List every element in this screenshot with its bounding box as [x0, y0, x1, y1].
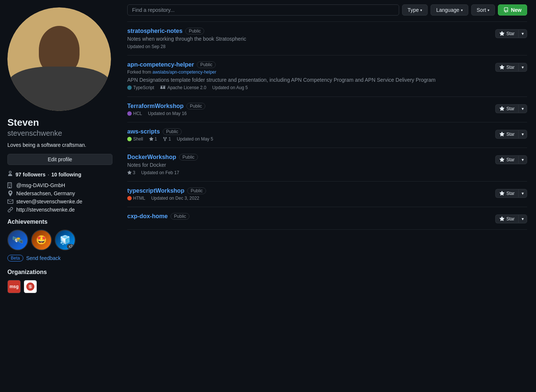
sort-chevron-icon: ▾ — [488, 8, 489, 12]
repo-updated: Updated on May 5 — [177, 136, 213, 142]
repo-updated: Updated on Aug 5 — [212, 85, 248, 90]
smiley-icon: 🙂 — [97, 99, 107, 108]
org-msg-avatar[interactable]: msg — [7, 280, 21, 293]
star-button[interactable]: Star — [495, 29, 518, 38]
repo-info: apn-competency-helper Public Forked from… — [127, 61, 489, 91]
people-icon — [7, 171, 13, 178]
send-feedback-link[interactable]: Send feedback — [26, 255, 61, 261]
badge-arctic[interactable]: 🧊 x2 — [55, 230, 75, 250]
repo-language: TypeScript — [127, 85, 154, 90]
repo-updated: Updated on Feb 17 — [141, 170, 179, 175]
visibility-badge: Public — [179, 154, 198, 160]
repo-actions: Star ▾ — [495, 63, 527, 72]
repo-license: Apache License 2.0 — [160, 85, 206, 91]
star-dropdown-button[interactable]: ▾ — [518, 104, 527, 113]
user-handle: stevenschwenke — [7, 129, 112, 138]
followers-row: 97 followers · 10 following — [7, 171, 112, 178]
star-button[interactable]: Star — [495, 63, 518, 72]
following-link[interactable]: 10 following — [51, 172, 81, 178]
language-chevron-icon: ▾ — [461, 8, 463, 12]
user-display-name: Steven — [7, 117, 112, 128]
repo-item: typescriptWorkshop Public HTML Updated o… — [127, 181, 527, 207]
star-button[interactable]: Star — [495, 104, 518, 113]
repo-name-row: typescriptWorkshop Public — [127, 187, 489, 194]
repo-description: Notes for Docker — [127, 162, 489, 168]
fork-icon — [163, 137, 167, 141]
star-button[interactable]: Star — [495, 130, 518, 139]
star-dropdown-button[interactable]: ▾ — [518, 130, 527, 139]
repo-actions: Star ▾ — [495, 155, 527, 164]
repo-language: HTML — [127, 196, 145, 201]
organizations-row: msg S — [7, 280, 112, 293]
repo-fork: Forked from awslabs/apn-competency-helpe… — [127, 70, 489, 75]
toolbar: Type ▾ Language ▾ Sort ▾ New — [127, 4, 527, 16]
language-dot — [127, 111, 132, 116]
repo-name-row: TerraformWorkshop Public — [127, 103, 489, 109]
repo-meta: 3 Updated on Feb 17 — [127, 170, 489, 175]
star-icon — [499, 216, 505, 222]
star-button[interactable]: Star — [495, 214, 518, 223]
star-dropdown-button[interactable]: ▾ — [518, 189, 527, 198]
repo-name-link[interactable]: typescriptWorkshop — [127, 187, 184, 194]
type-dropdown-button[interactable]: Type ▾ — [402, 4, 428, 16]
repo-name-link[interactable]: TerraformWorkshop — [127, 103, 183, 109]
repo-info: DockerWorkshop Public Notes for Docker 3… — [127, 154, 489, 175]
star-icon — [499, 31, 505, 36]
followers-link[interactable]: 97 followers — [16, 172, 45, 178]
repo-meta: HTML Updated on Dec 3, 2022 — [127, 196, 489, 201]
repo-name-link[interactable]: stratospheric-notes — [127, 28, 182, 34]
repo-name-link[interactable]: cxp-dox-home — [127, 213, 168, 220]
meta-location: Niedersachsen, Germany — [7, 190, 112, 196]
repo-name-row: DockerWorkshop Public — [127, 154, 489, 160]
star-button[interactable]: Star — [495, 155, 518, 164]
user-bio: Loves being a software craftsman. — [7, 142, 112, 148]
repo-meta: HCL Updated on May 16 — [127, 111, 489, 116]
language-dot — [127, 85, 132, 90]
badge-starstruck[interactable]: 🤩 — [31, 230, 52, 250]
star-dropdown-button[interactable]: ▾ — [518, 214, 527, 223]
repo-name-link[interactable]: DockerWorkshop — [127, 154, 176, 160]
star-dropdown-button[interactable]: ▾ — [518, 155, 527, 164]
license-icon — [160, 85, 165, 91]
language-dot — [127, 137, 132, 141]
fork-source-link[interactable]: awslabs/apn-competency-helper — [152, 70, 216, 75]
star-button[interactable]: Star — [495, 189, 518, 198]
language-dropdown-button[interactable]: Language ▾ — [431, 4, 468, 16]
repo-item: cxp-dox-home Public Star ▾ — [127, 207, 527, 230]
repo-item: TerraformWorkshop Public HCL Updated on … — [127, 97, 527, 122]
new-repo-icon — [503, 7, 509, 13]
badge-pair-extraordinaire[interactable]: 🛰️ — [7, 230, 28, 250]
achievements-row: 🛰️ 🤩 🧊 x2 — [7, 230, 112, 250]
visibility-badge: Public — [197, 61, 216, 68]
meta-website: http://stevenschwenke.de — [7, 207, 112, 213]
new-repo-button[interactable]: New — [498, 4, 527, 16]
repo-stars: 1 — [149, 136, 157, 142]
repo-name-link[interactable]: aws-scripts — [127, 128, 160, 135]
meta-org: @msg-DAVID-GmbH — [7, 182, 112, 188]
repo-name-row: aws-scripts Public — [127, 128, 489, 135]
visibility-badge: Public — [185, 28, 204, 34]
repo-name-link[interactable]: apn-competency-helper — [127, 61, 194, 68]
org-red-avatar[interactable]: S — [24, 280, 37, 293]
star-icon — [499, 65, 505, 70]
language-dot — [127, 196, 132, 200]
repo-updated: Updated on Sep 28 — [127, 44, 165, 49]
sort-dropdown-button[interactable]: Sort ▾ — [471, 4, 495, 16]
email-link[interactable]: steven@stevenschwenke.de — [16, 199, 82, 205]
star-count-icon — [149, 137, 154, 141]
organizations-title: Organizations — [7, 269, 112, 276]
repo-updated: Updated on Dec 3, 2022 — [151, 196, 199, 201]
visibility-badge: Public — [171, 213, 189, 220]
star-dropdown-button[interactable]: ▾ — [518, 63, 527, 72]
repo-forks: 1 — [163, 136, 171, 142]
repository-list: stratospheric-notes Public Notes when wo… — [127, 21, 527, 230]
website-link[interactable]: http://stevenschwenke.de — [16, 207, 75, 213]
edit-profile-button[interactable]: Edit profile — [7, 154, 112, 165]
beta-row: Beta Send feedback — [7, 255, 112, 261]
repo-meta: Updated on Sep 28 — [127, 44, 489, 49]
type-chevron-icon: ▾ — [420, 8, 422, 12]
repo-description: Notes when working through the book Stra… — [127, 36, 489, 42]
star-dropdown-button[interactable]: ▾ — [518, 29, 527, 38]
search-input[interactable] — [127, 4, 399, 16]
sidebar: 🙂 Steven stevenschwenke Loves being a so… — [0, 0, 118, 392]
